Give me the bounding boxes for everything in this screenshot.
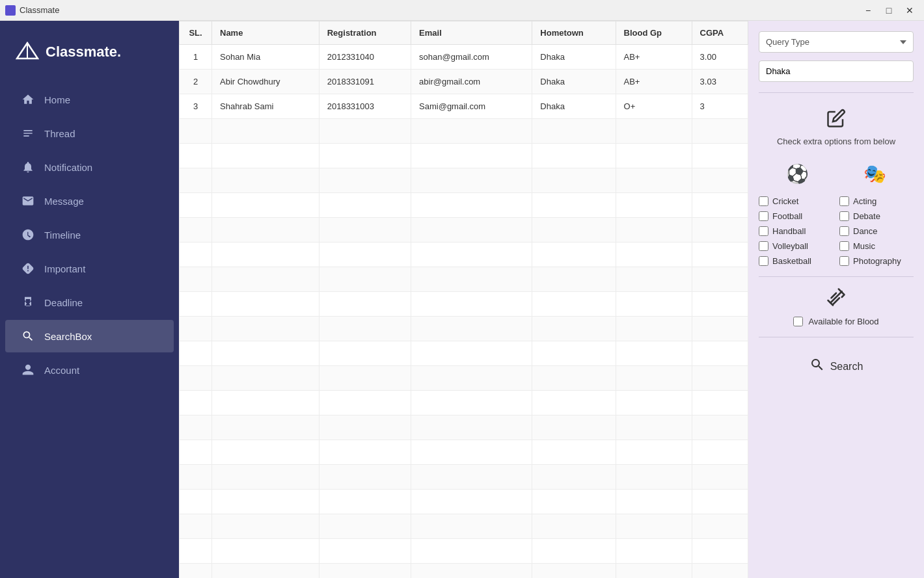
cell-cgpa: 3	[692, 94, 748, 119]
cell-registration	[319, 564, 411, 579]
search-button-label: Search	[830, 361, 863, 373]
cell-sl: 2	[180, 70, 212, 94]
search-button[interactable]: Search	[794, 352, 879, 382]
search-btn-row: Search	[759, 352, 914, 382]
table-row	[180, 168, 748, 193]
close-button[interactable]: ✕	[901, 4, 919, 17]
sidebar-item-notification[interactable]: Notification	[5, 151, 174, 183]
cell-sl	[180, 415, 212, 440]
cell-sl	[180, 193, 212, 218]
table-row	[180, 341, 748, 366]
blood-label: Available for Blood	[808, 317, 878, 326]
checkbox-music: Music	[839, 241, 914, 251]
football-checkbox[interactable]	[759, 211, 768, 221]
basketball-checkbox[interactable]	[759, 256, 768, 266]
cell-hometown: Dhaka	[532, 94, 616, 119]
cell-blood-gp	[616, 218, 692, 243]
cell-email: sohan@gmail.com	[411, 45, 532, 70]
cell-name: Abir Chowdhury	[212, 70, 319, 94]
volleyball-checkbox[interactable]	[759, 241, 768, 251]
music-checkbox[interactable]	[839, 241, 849, 251]
cell-name	[212, 490, 319, 514]
right-panel: Query Type Search by Name Search by Regi…	[748, 21, 924, 578]
cell-blood-gp	[616, 415, 692, 440]
checkbox-dance: Dance	[839, 226, 914, 236]
cell-registration: 2018331091	[319, 70, 411, 94]
blood-section: Available for Blood	[759, 287, 914, 326]
cell-email	[411, 168, 532, 193]
acting-checkbox[interactable]	[839, 196, 849, 206]
cell-registration	[319, 193, 411, 218]
sidebar-item-home[interactable]: Home	[5, 83, 174, 116]
acting-icon: 🎭	[863, 163, 886, 185]
cell-cgpa	[692, 243, 748, 267]
checkbox-volleyball: Volleyball	[759, 241, 833, 251]
cell-cgpa	[692, 168, 748, 193]
checkbox-basketball: Basketball	[759, 256, 833, 266]
divider-2	[759, 276, 914, 277]
debate-checkbox[interactable]	[839, 211, 849, 221]
sidebar-item-searchbox[interactable]: SearchBox	[5, 320, 174, 352]
cell-cgpa	[692, 292, 748, 317]
col-header-hometown: Hometown	[532, 21, 616, 45]
cell-cgpa	[692, 564, 748, 579]
music-label: Music	[853, 241, 875, 251]
maximize-button[interactable]: □	[880, 4, 898, 17]
sidebar-item-account-label: Account	[44, 365, 79, 376]
cell-hometown	[532, 415, 616, 440]
cell-blood-gp	[616, 193, 692, 218]
handball-checkbox[interactable]	[759, 226, 768, 236]
photography-checkbox[interactable]	[839, 256, 849, 266]
checkbox-photography: Photography	[839, 256, 914, 266]
cell-sl: 3	[180, 94, 212, 119]
cell-hometown	[532, 564, 616, 579]
table-row	[180, 144, 748, 168]
titlebar: Classmate − □ ✕	[0, 0, 924, 21]
sidebar-item-home-label: Home	[44, 94, 70, 105]
app-icon	[5, 5, 16, 16]
sidebar-item-deadline[interactable]: Deadline	[5, 286, 174, 319]
photography-label: Photography	[853, 256, 901, 266]
edit-section: Check extra options from below	[759, 103, 914, 151]
checkbox-football: Football	[759, 211, 833, 221]
cell-name	[212, 391, 319, 415]
col-header-email: Email	[411, 21, 532, 45]
sidebar-item-important-label: Important	[44, 263, 85, 274]
sidebar-item-account[interactable]: Account	[5, 354, 174, 386]
cell-name	[212, 514, 319, 539]
cricket-checkbox[interactable]	[759, 196, 768, 206]
sidebar-item-message[interactable]: Message	[5, 185, 174, 217]
cell-hometown	[532, 391, 616, 415]
cell-cgpa	[692, 119, 748, 144]
cell-registration	[319, 119, 411, 144]
cell-sl	[180, 490, 212, 514]
blood-checkbox[interactable]	[793, 317, 803, 326]
sidebar-item-important[interactable]: Important	[5, 252, 174, 285]
cell-cgpa	[692, 144, 748, 168]
sidebar-item-message-label: Message	[44, 196, 84, 207]
cell-name	[212, 465, 319, 490]
cell-registration	[319, 292, 411, 317]
minimize-button[interactable]: −	[859, 4, 877, 17]
cell-blood-gp: AB+	[616, 45, 692, 70]
cell-cgpa	[692, 341, 748, 366]
cell-hometown	[532, 341, 616, 366]
cricket-label: Cricket	[772, 196, 798, 206]
cell-hometown	[532, 243, 616, 267]
cell-blood-gp	[616, 366, 692, 391]
checkbox-acting: Acting	[839, 196, 914, 206]
sidebar-item-timeline[interactable]: Timeline	[5, 218, 174, 251]
cell-name: Sohan Mia	[212, 45, 319, 70]
cell-email: abir@gmail.com	[411, 70, 532, 94]
logo-icon	[16, 40, 39, 64]
cell-email	[411, 317, 532, 341]
edit-icon	[826, 109, 846, 133]
cell-cgpa	[692, 218, 748, 243]
cell-blood-gp	[616, 267, 692, 292]
sidebar-item-thread[interactable]: Thread	[5, 117, 174, 150]
query-type-dropdown[interactable]: Query Type Search by Name Search by Regi…	[759, 31, 914, 53]
divider-3	[759, 337, 914, 337]
hometown-input[interactable]	[759, 60, 914, 82]
cell-hometown	[532, 539, 616, 564]
dance-checkbox[interactable]	[839, 226, 849, 236]
